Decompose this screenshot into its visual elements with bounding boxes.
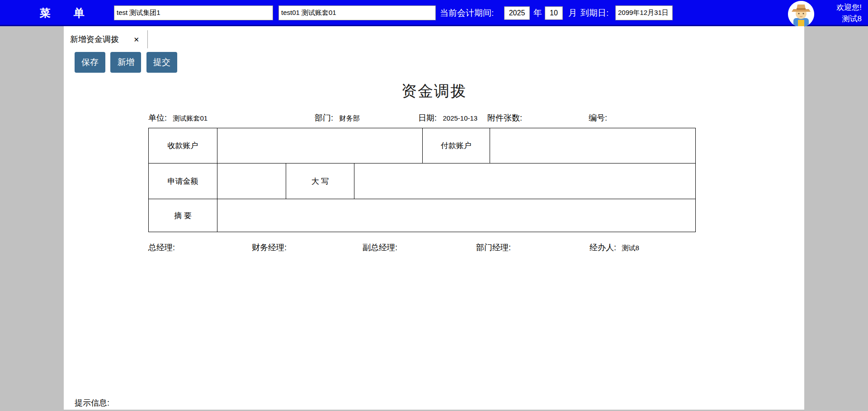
- department-manager-label: 部门经理:: [476, 243, 511, 252]
- fund-transfer-form: 单位: 测试账套01 部门: 财务部 日期: 2025-10-13 附件张数: …: [148, 112, 695, 254]
- general-manager-label: 总经理:: [148, 243, 175, 252]
- hint-message-label: 提示信息:: [75, 397, 109, 408]
- finance-manager-field: 财务经理:: [252, 242, 287, 253]
- attachment-count-field: 附件张数:: [487, 112, 526, 123]
- welcome-line: 欢迎您!: [836, 2, 862, 13]
- expiry-date-label: 到期日:: [580, 0, 609, 26]
- document-number-field: 编号:: [589, 112, 611, 123]
- amount-cell[interactable]: [217, 163, 286, 199]
- month-unit-label: 月: [568, 0, 577, 26]
- tab-close-icon[interactable]: ✕: [133, 36, 139, 43]
- toolbar: 保存 新增 提交: [75, 52, 804, 73]
- unit-label: 单位:: [148, 113, 167, 122]
- summary-cell[interactable]: [217, 199, 696, 232]
- user-avatar[interactable]: [788, 1, 814, 27]
- handler-value: 测试8: [622, 244, 639, 252]
- fund-transfer-table: 收款账户 付款账户 申请金额 大 写 摘 要: [148, 128, 696, 232]
- save-button[interactable]: 保存: [75, 52, 105, 73]
- deputy-general-manager-field: 副总经理:: [363, 242, 397, 253]
- date-field: 日期: 2025-10-13: [418, 112, 477, 123]
- finance-manager-label: 财务经理:: [252, 243, 287, 252]
- submit-button[interactable]: 提交: [146, 52, 177, 73]
- table-row-summary: 摘 要: [149, 199, 696, 232]
- year-unit-label: 年: [533, 0, 542, 26]
- welcome-username: 测试8: [836, 13, 862, 24]
- receive-account-cell[interactable]: [217, 128, 423, 163]
- accounting-period-label: 当前会计期间:: [440, 0, 494, 26]
- document-number-label: 编号:: [589, 113, 607, 122]
- handler-label: 经办人:: [590, 243, 616, 252]
- group-input[interactable]: [114, 5, 273, 20]
- department-field: 部门: 财务部: [315, 112, 359, 123]
- welcome-text: 欢迎您! 测试8: [836, 2, 862, 24]
- summary-label: 摘 要: [149, 199, 217, 232]
- pay-account-label: 付款账户: [423, 128, 490, 163]
- unit-value: 测试账套01: [173, 114, 208, 122]
- date-value: 2025-10-13: [443, 114, 477, 122]
- farmer-avatar-icon: [788, 1, 814, 27]
- top-header: 菜 单 当前会计期间: 年 月 到期日: 欢迎您! 测试8: [0, 0, 868, 26]
- expiry-date-input[interactable]: [615, 5, 673, 20]
- tab-new-fund-transfer[interactable]: 新增资金调拨 ✕: [69, 30, 148, 48]
- month-input[interactable]: [545, 6, 563, 20]
- amount-caps-cell[interactable]: [354, 163, 696, 199]
- table-row-accounts: 收款账户 付款账户: [149, 128, 696, 163]
- signature-row: 总经理: 财务经理: 副总经理: 部门经理: 经办人: 测试8: [148, 242, 695, 254]
- attachment-count-label: 附件张数:: [487, 113, 522, 122]
- menu-button[interactable]: 菜 单: [40, 0, 94, 26]
- tab-bar: 新增资金调拨 ✕: [64, 26, 804, 48]
- table-row-amount: 申请金额 大 写: [149, 163, 696, 199]
- handler-field: 经办人: 测试8: [590, 242, 639, 253]
- tab-title: 新增资金调拨: [70, 35, 119, 44]
- main-content: 新增资金调拨 ✕ 保存 新增 提交 资金调拨 单位: 测试账套01 部门: 财务…: [64, 26, 804, 410]
- amount-label: 申请金额: [149, 163, 217, 199]
- add-button[interactable]: 新增: [110, 52, 141, 73]
- department-label: 部门:: [315, 113, 333, 122]
- year-input[interactable]: [504, 6, 530, 20]
- receive-account-label: 收款账户: [149, 128, 217, 163]
- unit-field: 单位: 测试账套01: [148, 112, 208, 123]
- form-info-row: 单位: 测试账套01 部门: 财务部 日期: 2025-10-13 附件张数: …: [148, 112, 695, 125]
- department-manager-field: 部门经理:: [476, 242, 511, 253]
- pay-account-cell[interactable]: [490, 128, 696, 163]
- account-set-input[interactable]: [278, 5, 436, 20]
- general-manager-field: 总经理:: [148, 242, 175, 253]
- department-value: 财务部: [339, 114, 359, 122]
- document-title: 资金调拨: [64, 81, 804, 102]
- date-label: 日期:: [418, 113, 437, 122]
- deputy-general-manager-label: 副总经理:: [363, 243, 397, 252]
- amount-caps-label: 大 写: [286, 163, 354, 199]
